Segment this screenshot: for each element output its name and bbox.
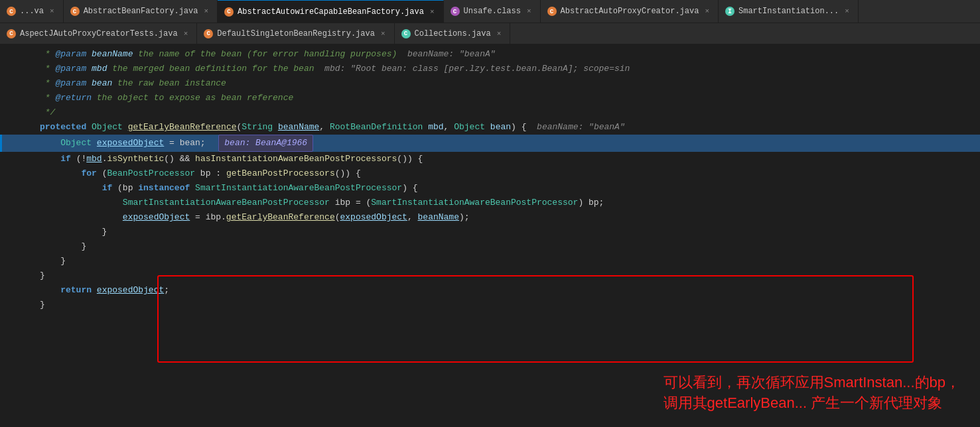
tab-defaultsingleton-close[interactable]: × [379, 29, 387, 38]
code-line-if: if (!mbd.isSynthetic() && hasInstantiati… [0, 152, 980, 166]
tab-unsafe-label: Unsafe.class [464, 7, 521, 16]
java-icon: c [7, 29, 16, 38]
tab-unsafe-close[interactable]: × [525, 7, 533, 16]
code-text-for: for (BeanPostProcessor bp : getBeanPostP… [40, 166, 980, 181]
tab-abstractbeanfactory-label: AbstractBeanFactory.java [84, 7, 198, 16]
code-line-4: * @return the object to expose as bean r… [0, 91, 980, 105]
tab-abstractbeanfactory-close[interactable]: × [202, 7, 210, 16]
code-line-highlighted: Object exposedObject = bean; bean: BeanA… [0, 135, 980, 152]
code-line-return: return exposedObject; [0, 283, 980, 298]
code-line-close-for: } [0, 239, 980, 254]
code-text-ibp-call: exposedObject = ibp.getEarlyBeanReferenc… [40, 210, 980, 225]
tab-va[interactable]: c ...va × [0, 0, 64, 23]
tab-abstractautoproxy[interactable]: c AbstractAutoProxyCreator.java × [541, 0, 719, 23]
collections-icon: I [725, 7, 735, 16]
tab-aspectj-close[interactable]: × [182, 29, 190, 38]
code-text-close-outerif: } [40, 254, 980, 269]
java-icon: c [204, 29, 213, 38]
code-text-highlighted: Object exposedObject = bean; bean: BeanA… [40, 135, 980, 152]
code-line-close-method-1: } [0, 269, 980, 283]
code-text-3: * @param bean the raw bean instance [40, 76, 980, 91]
tab-collections-close[interactable]: × [495, 29, 504, 38]
tab-abstractautoproxy-label: AbstractAutoProxyCreator.java [561, 7, 699, 16]
tab-collections-label: Collections.java [415, 29, 491, 38]
code-line-signature: protected Object getEarlyBeanReference(S… [0, 120, 980, 135]
code-text-close-if: } [40, 225, 980, 239]
collections-icon: c [401, 29, 411, 38]
tab-unsafe[interactable]: c Unsafe.class × [444, 0, 541, 23]
java-icon: c [70, 7, 80, 16]
code-line-close-if: } [0, 225, 980, 239]
tab-bar-top: c ...va × c AbstractBeanFactory.java × c… [0, 0, 980, 23]
tab-abstractautowire-label: AbstractAutowireCapableBeanFactory.java [238, 7, 424, 17]
code-text-2: * @param mbd the merged bean definition … [40, 62, 980, 76]
code-text-signature: protected Object getEarlyBeanReference(S… [40, 120, 980, 135]
tab-defaultsingleton[interactable]: c DefaultSingletonBeanRegistry.java × [197, 23, 394, 44]
code-text-if: if (!mbd.isSynthetic() && hasInstantiati… [40, 152, 980, 166]
java-icon: c [7, 7, 16, 16]
tab-va-label: ...va [20, 7, 44, 16]
tab-smartinstantiation-close[interactable]: × [843, 7, 851, 16]
java-icon: c [547, 7, 557, 16]
code-text-return: return exposedObject; [40, 283, 980, 298]
tab-va-close[interactable]: × [48, 7, 56, 16]
code-line-ibp-call: exposedObject = ibp.getEarlyBeanReferenc… [0, 210, 980, 225]
tab-aspectj[interactable]: c AspectJAutoProxyCreatorTests.java × [0, 23, 197, 44]
code-text-5: */ [40, 105, 980, 120]
class-icon: c [451, 7, 460, 16]
annotation-line2: 调用其getEarlyBean... 产生一个新代理对象 [664, 393, 960, 414]
code-line-ibp-decl: SmartInstantiationAwareBeanPostProcessor… [0, 196, 980, 210]
code-line-instanceof: if (bp instanceof SmartInstantiationAwar… [0, 181, 980, 196]
tab-smartinstantiation[interactable]: I SmartInstantiation... × [719, 0, 859, 23]
code-line-for: for (BeanPostProcessor bp : getBeanPostP… [0, 166, 980, 181]
java-icon: c [224, 7, 234, 17]
code-text-final-close: } [40, 298, 980, 312]
code-line-5: */ [0, 105, 980, 120]
tab-bar-second: c AspectJAutoProxyCreatorTests.java × c … [0, 23, 980, 44]
code-text-1: * @param beanName the name of the bean (… [40, 47, 980, 62]
tab-abstractbeanfactory[interactable]: c AbstractBeanFactory.java × [64, 0, 218, 23]
tab-abstractautowire-close[interactable]: × [428, 7, 437, 17]
tab-defaultsingleton-label: DefaultSingletonBeanRegistry.java [217, 29, 375, 38]
tab-abstractautowire[interactable]: c AbstractAutowireCapableBeanFactory.jav… [218, 0, 443, 23]
tab-abstractautoproxy-close[interactable]: × [703, 7, 711, 16]
tab-collections[interactable]: c Collections.java × [395, 23, 511, 44]
code-line-2: * @param mbd the merged bean definition … [0, 62, 980, 76]
code-text-instanceof: if (bp instanceof SmartInstantiationAwar… [40, 181, 980, 196]
code-line-3: * @param bean the raw bean instance [0, 76, 980, 91]
tab-smartinstantiation-label: SmartInstantiation... [738, 7, 839, 16]
code-line-close-outerif: } [0, 254, 980, 269]
annotation-line1: 可以看到，再次循环应用SmartInstan...的bp， [664, 373, 960, 393]
code-text-ibp-decl: SmartInstantiationAwareBeanPostProcessor… [40, 196, 980, 210]
code-text-close-method-1: } [40, 269, 980, 283]
chinese-annotation: 可以看到，再次循环应用SmartInstan...的bp， 调用其getEarl… [664, 373, 960, 414]
tab-aspectj-label: AspectJAutoProxyCreatorTests.java [20, 29, 178, 38]
code-line-final-close: } [0, 298, 980, 312]
code-editor[interactable]: * @param beanName the name of the bean (… [0, 44, 980, 427]
code-text-4: * @return the object to expose as bean r… [40, 91, 980, 105]
code-text-close-for: } [40, 239, 980, 254]
code-line-1: * @param beanName the name of the bean (… [0, 47, 980, 62]
